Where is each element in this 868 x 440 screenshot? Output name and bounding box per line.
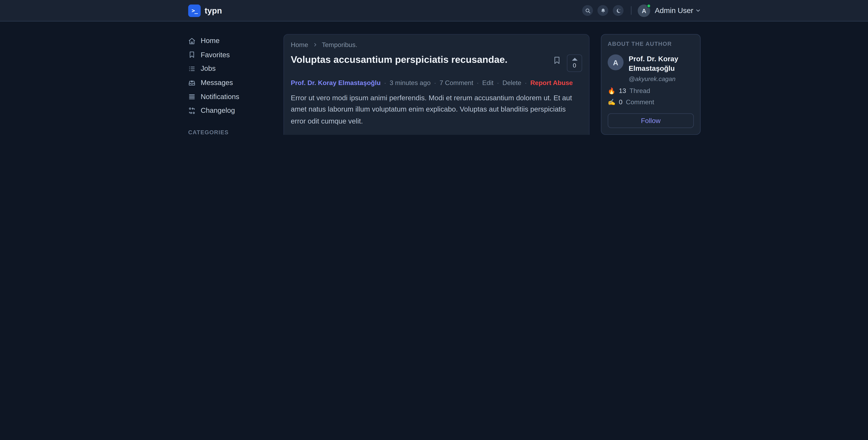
dot-separator: ·: [434, 79, 436, 86]
edit-post-link[interactable]: Edit: [482, 79, 494, 86]
navbar-divider: [631, 6, 631, 15]
main-column: Home Temporibus. Voluptas accusantium pe…: [283, 34, 590, 135]
user-name: Admin User: [655, 6, 693, 15]
comment-stat: ✍️ 0 Comment: [608, 98, 694, 106]
report-abuse-link[interactable]: Report Abuse: [530, 79, 573, 86]
sidebar-item-notifications[interactable]: Notifications: [188, 90, 273, 104]
sidebar-item-home[interactable]: Home: [188, 34, 273, 48]
post-vote-count: 0: [573, 62, 576, 69]
user-avatar-initial: A: [642, 7, 646, 14]
author-handle: @akyurek.cagan: [629, 75, 694, 82]
post-upvote-button[interactable]: 0: [567, 54, 582, 72]
delete-post-link[interactable]: Delete: [502, 79, 521, 86]
about-author-card: ABOUT THE AUTHOR A Prof. Dr. Koray Elmas…: [601, 34, 701, 135]
sidebar-item-favorites[interactable]: Favorites: [188, 48, 273, 62]
search-icon: [585, 8, 590, 13]
home-icon: [188, 37, 195, 44]
dot-separator: ·: [477, 79, 479, 86]
left-sidebar: Home Favorites Jobs Messages Notificatio…: [188, 34, 273, 135]
user-menu[interactable]: A Admin User: [638, 4, 701, 16]
post-title: Voluptas accusantium perspiciatis recusa…: [291, 54, 553, 72]
list-icon: [188, 65, 195, 72]
bookmark-icon: [188, 51, 195, 59]
categories-heading: CATEGORIES: [188, 125, 273, 135]
brand-name: typn: [205, 6, 222, 15]
right-rail: ABOUT THE AUTHOR A Prof. Dr. Koray Elmas…: [601, 34, 701, 135]
post-timestamp: 3 minutes ago: [390, 79, 431, 86]
post-body: Error ut vero modi ipsum animi perferend…: [291, 92, 582, 127]
sidebar-item-label: Changelog: [201, 107, 235, 115]
top-navbar: >_ typn A: [0, 0, 868, 22]
breadcrumb-category-link[interactable]: Temporibus.: [322, 41, 358, 48]
post-author-link[interactable]: Prof. Dr. Koray Elmastaşoğlu: [291, 79, 381, 86]
dot-separator: ·: [497, 79, 499, 86]
inbox-icon: [188, 79, 195, 87]
author-name: Prof. Dr. Koray Elmastaşoğlu: [629, 54, 694, 73]
theme-toggle-button[interactable]: [613, 5, 624, 16]
author-avatar: A: [608, 54, 623, 70]
upvote-arrow-icon: [572, 58, 578, 61]
terminal-logo-icon: >_: [188, 4, 201, 16]
sidebar-item-label: Home: [201, 37, 220, 45]
fire-icon: 🔥: [608, 87, 615, 94]
logo-glyph: >_: [192, 7, 197, 13]
sidebar-item-label: Jobs: [201, 65, 216, 73]
online-status-dot: [647, 4, 651, 8]
notifications-button[interactable]: [597, 5, 608, 16]
chevron-down-icon: [695, 8, 701, 13]
thread-label: Thread: [629, 88, 650, 94]
bell-icon: [600, 8, 606, 13]
post-comment-count: 7 Comment: [439, 79, 473, 86]
post-meta: Prof. Dr. Koray Elmastaşoğlu · 3 minutes…: [291, 79, 582, 86]
breadcrumb-home-link[interactable]: Home: [291, 41, 308, 48]
moon-icon: [615, 8, 621, 13]
changelog-icon: [188, 107, 195, 114]
sidebar-item-messages[interactable]: Messages: [188, 76, 273, 90]
breadcrumb: Home Temporibus.: [291, 41, 582, 48]
sidebar-item-label: Notifications: [201, 93, 239, 101]
thread-stat: 🔥 13 Thread: [608, 87, 694, 94]
avatar-initial: A: [613, 58, 618, 67]
brand-logo-link[interactable]: >_ typn: [188, 4, 222, 16]
sidebar-item-jobs[interactable]: Jobs: [188, 62, 273, 76]
post-card: Home Temporibus. Voluptas accusantium pe…: [283, 34, 590, 135]
chevron-right-icon: [313, 42, 317, 47]
thread-count: 13: [619, 88, 626, 94]
about-author-heading: ABOUT THE AUTHOR: [608, 41, 694, 47]
comment-label: Comment: [626, 99, 654, 105]
follow-author-button[interactable]: Follow: [608, 113, 694, 128]
sidebar-item-label: Messages: [201, 79, 233, 87]
rows-icon: [188, 93, 195, 100]
sidebar-item-changelog[interactable]: Changelog: [188, 104, 273, 117]
dot-separator: ·: [384, 79, 386, 86]
page: >_ typn A: [0, 0, 868, 135]
sidebar-item-label: Favorites: [201, 51, 230, 59]
search-button[interactable]: [582, 5, 593, 16]
dot-separator: ·: [525, 79, 527, 86]
bookmark-post-button[interactable]: [553, 56, 561, 67]
user-avatar: A: [638, 4, 650, 16]
writing-hand-icon: ✍️: [608, 98, 615, 106]
bookmark-icon: [553, 56, 561, 65]
comment-count: 0: [619, 99, 623, 105]
